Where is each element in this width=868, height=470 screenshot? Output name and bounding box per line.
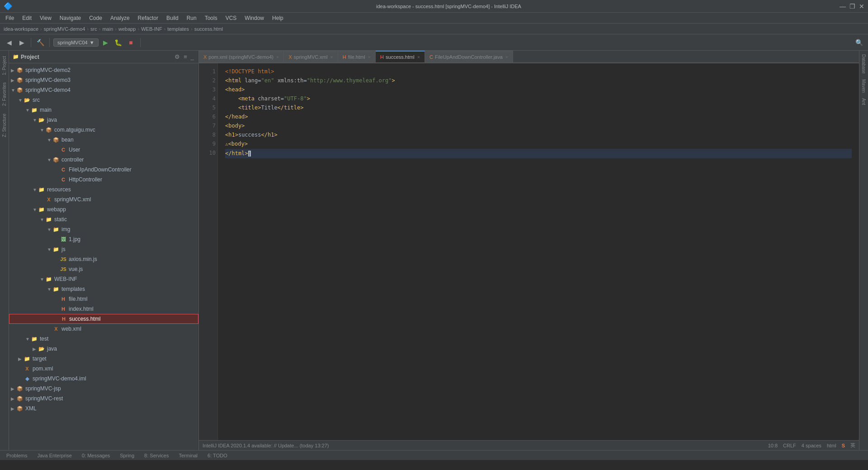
tree-item-pom.xml[interactable]: Xpom.xml <box>9 364 198 374</box>
project-settings-button[interactable]: ⚙ <box>174 52 181 61</box>
tab-close-button[interactable]: × <box>417 54 420 60</box>
tree-item-arrow[interactable]: ▼ <box>47 227 52 232</box>
breadcrumb-item-4[interactable]: webapp <box>118 26 136 32</box>
tree-item-WEB-INF[interactable]: ▼📁WEB-INF <box>9 274 198 284</box>
tree-item-arrow[interactable]: ▶ <box>33 347 38 351</box>
bottom-tab-0--messages[interactable]: 0: Messages <box>77 452 114 459</box>
breadcrumb-item-2[interactable]: src <box>90 26 97 32</box>
tree-item-resources[interactable]: ▼📁resources <box>9 185 198 195</box>
tab-FileUpAndDownController-java[interactable]: CFileUpAndDownController.java× <box>425 51 513 62</box>
tree-item-file.html[interactable]: Hfile.html <box>9 294 198 304</box>
side-icon-favorites[interactable]: 2: Favorites <box>1 81 8 108</box>
breadcrumb-item-3[interactable]: main <box>102 26 113 32</box>
breadcrumb-item-6[interactable]: templates <box>167 26 189 32</box>
tree-item-springMVC.xml-res[interactable]: XspringMVC.xml <box>9 195 198 204</box>
right-tool-ant[interactable]: Ant <box>860 96 867 107</box>
tree-item-arrow[interactable]: ▼ <box>33 187 38 192</box>
tree-item-arrow[interactable]: ▼ <box>11 88 16 93</box>
tree-item-arrow[interactable]: ▼ <box>33 118 38 123</box>
tree-item-HttpController[interactable]: CHttpController <box>9 175 198 185</box>
tree-item-arrow[interactable]: ▼ <box>25 108 31 113</box>
tree-item-js[interactable]: ▼📁js <box>9 244 198 254</box>
tab-close-button[interactable]: × <box>276 54 279 60</box>
menu-item-refactor[interactable]: Refactor <box>134 14 162 22</box>
tree-item-arrow[interactable]: ▶ <box>11 406 16 411</box>
tree-item-img[interactable]: ▼📁img <box>9 224 198 234</box>
code-editor[interactable]: <!DOCTYPE html><html lang="en" xmlns:th=… <box>218 63 859 440</box>
tree-item-webapp[interactable]: ▼📁webapp <box>9 204 198 214</box>
search-button[interactable]: 🔍 <box>854 37 864 48</box>
tree-item-static[interactable]: ▼📁static <box>9 214 198 224</box>
tree-item-java[interactable]: ▼📂java <box>9 115 198 125</box>
menu-item-vcs[interactable]: VCS <box>222 14 241 22</box>
tree-item-arrow[interactable]: ▼ <box>25 337 31 342</box>
breadcrumb-item-0[interactable]: idea-workspace <box>4 26 38 32</box>
back-button[interactable]: ◀ <box>4 37 14 48</box>
tree-item-arrow[interactable]: ▶ <box>11 78 16 83</box>
tree-item-bean[interactable]: ▼📦bean <box>9 135 198 145</box>
tree-item-springMVC-demo4[interactable]: ▼📦springMVC-demo4 <box>9 85 198 95</box>
maximize-button[interactable]: ❐ <box>849 3 855 10</box>
menu-item-tools[interactable]: Tools <box>201 14 221 22</box>
run-config[interactable]: springMVC04 ▼ <box>53 38 99 47</box>
tree-item-src[interactable]: ▼📂src <box>9 95 198 105</box>
menu-item-navigate[interactable]: Navigate <box>56 14 85 22</box>
menu-item-build[interactable]: Build <box>163 14 182 22</box>
tree-item-arrow[interactable]: ▼ <box>40 217 45 222</box>
tree-item-success.html[interactable]: Hsuccess.html <box>9 314 198 324</box>
right-tool-maven[interactable]: Maven <box>860 77 867 95</box>
tree-item-XML[interactable]: ▶📦XML <box>9 404 198 413</box>
project-collapse-button[interactable]: _ <box>190 52 195 61</box>
tree-item-arrow[interactable]: ▼ <box>33 207 38 212</box>
menu-item-edit[interactable]: Edit <box>19 14 35 22</box>
tab-springMVC-xml[interactable]: XspringMVC.xml× <box>284 51 338 62</box>
forward-button[interactable]: ▶ <box>16 37 27 48</box>
tree-item-templates[interactable]: ▼📁templates <box>9 284 198 294</box>
menu-item-view[interactable]: View <box>36 14 55 22</box>
tree-item-1.jpg[interactable]: 🖼1.jpg <box>9 234 198 244</box>
bottom-tab-problems[interactable]: Problems <box>2 452 32 459</box>
tab-file-html[interactable]: Hfile.html× <box>338 51 376 62</box>
tab-close-button[interactable]: × <box>505 54 508 60</box>
breadcrumb-item-1[interactable]: springMVC-demo4 <box>44 26 85 32</box>
menu-item-help[interactable]: Help <box>269 14 287 22</box>
tree-item-springMVC-demo3[interactable]: ▶📦springMVC-demo3 <box>9 75 198 85</box>
right-tool-database[interactable]: Database <box>860 52 867 76</box>
tree-item-arrow[interactable]: ▼ <box>47 287 52 292</box>
menu-item-run[interactable]: Run <box>183 14 200 22</box>
tree-item-index.html[interactable]: Hindex.html <box>9 304 198 314</box>
tree-item-springMVC-demo4.iml[interactable]: ◆springMVC-demo4.iml <box>9 374 198 384</box>
tree-item-User[interactable]: CUser <box>9 145 198 155</box>
tree-item-arrow[interactable]: ▶ <box>18 356 24 361</box>
side-icon-project[interactable]: 1: Project <box>1 54 8 77</box>
tree-item-main[interactable]: ▼📁main <box>9 105 198 115</box>
bottom-tab-java-enterprise[interactable]: Java Enterprise <box>33 452 76 459</box>
tree-item-arrow[interactable]: ▼ <box>47 247 52 252</box>
tree-item-test[interactable]: ▼📁test <box>9 334 198 344</box>
menu-item-window[interactable]: Window <box>241 14 268 22</box>
menu-item-file[interactable]: File <box>2 14 18 22</box>
stop-button[interactable]: ■ <box>126 37 137 48</box>
tab-close-button[interactable]: × <box>330 54 333 60</box>
tree-item-arrow[interactable]: ▼ <box>47 138 52 142</box>
tree-item-springMVC-demo2[interactable]: ▶📦springMVC-demo2 <box>9 65 198 75</box>
tree-item-axios.min.js[interactable]: JSaxios.min.js <box>9 254 198 264</box>
tree-item-arrow[interactable]: ▼ <box>47 157 52 162</box>
tree-item-target[interactable]: ▶📁target <box>9 354 198 364</box>
tree-item-vue.js[interactable]: JSvue.js <box>9 264 198 274</box>
tree-item-arrow[interactable]: ▶ <box>11 386 16 391</box>
tab-success-html[interactable]: Hsuccess.html× <box>376 51 425 62</box>
bottom-tab-6--todo[interactable]: 6: TODO <box>203 452 232 459</box>
tree-item-arrow[interactable]: ▼ <box>40 277 45 282</box>
tab-close-button[interactable]: × <box>368 54 371 60</box>
menu-item-analyze[interactable]: Analyze <box>107 14 133 22</box>
minimize-button[interactable]: — <box>840 3 846 10</box>
bottom-tab-8--services[interactable]: 8: Services <box>140 452 173 459</box>
tree-item-FileUpAndDownController[interactable]: CFileUpAndDownController <box>9 165 198 175</box>
project-layout-button[interactable]: ≡ <box>183 52 188 61</box>
tree-item-arrow[interactable]: ▼ <box>40 128 45 133</box>
side-icon-structure[interactable]: Z: Structure <box>1 112 8 139</box>
tree-item-arrow[interactable]: ▼ <box>18 98 24 103</box>
window-controls[interactable]: — ❐ ✕ <box>840 3 864 10</box>
build-button[interactable]: 🔨 <box>35 37 46 48</box>
